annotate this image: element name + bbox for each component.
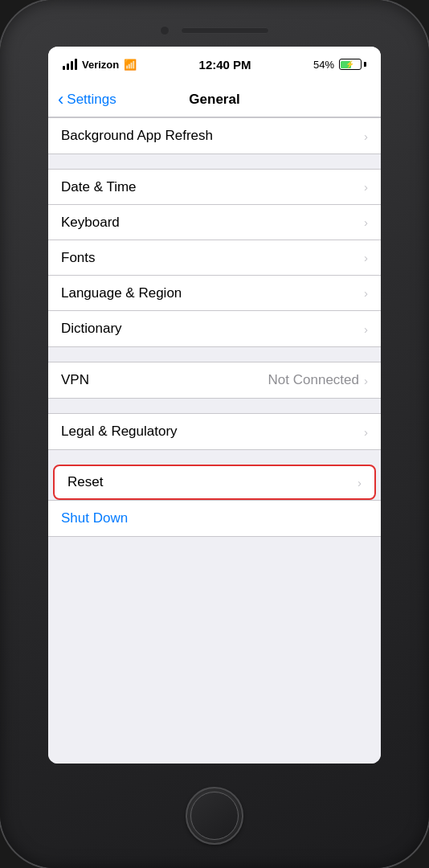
back-button[interactable]: ‹ Settings: [58, 89, 116, 110]
chevron-icon-vpn: ›: [364, 374, 368, 387]
battery-indicator: ⚡: [339, 59, 366, 70]
list-item-shut-down[interactable]: Shut Down: [48, 501, 381, 536]
item-right-fonts: ›: [364, 251, 368, 264]
chevron-icon-background-app-refresh: ›: [364, 129, 368, 143]
item-label-date-time: Date & Time: [61, 179, 137, 195]
status-time: 12:40 PM: [199, 58, 251, 72]
home-button-inner: [190, 792, 239, 840]
chevron-icon-language-region: ›: [364, 286, 368, 300]
section-vpn: VPN Not Connected ›: [48, 362, 381, 399]
item-label-fonts: Fonts: [61, 250, 96, 266]
chevron-icon-fonts: ›: [364, 251, 368, 264]
list-item-date-time[interactable]: Date & Time ›: [48, 170, 381, 205]
battery-body: ⚡: [339, 59, 362, 70]
carrier-label: Verizon: [82, 59, 119, 71]
phone-top-bar: [0, 0, 429, 47]
vpn-status-value: Not Connected: [268, 372, 359, 388]
item-label-language-region: Language & Region: [61, 285, 182, 301]
back-chevron-icon: ‹: [58, 89, 63, 110]
item-right-background-app-refresh: ›: [364, 129, 368, 143]
signal-bar-2: [67, 63, 69, 70]
item-right-legal-regulatory: ›: [364, 425, 368, 439]
signal-bar-4: [75, 59, 77, 70]
item-label-legal-regulatory: Legal & Regulatory: [61, 424, 178, 440]
gap-5: [48, 537, 381, 551]
chevron-icon-reset: ›: [358, 476, 362, 489]
phone-screen: Verizon 📶 12:40 PM 54% ⚡ ‹ Settings: [48, 47, 381, 764]
item-label-dictionary: Dictionary: [61, 321, 122, 337]
list-item-dictionary[interactable]: Dictionary ›: [48, 311, 381, 346]
speaker-grille: [181, 27, 269, 34]
status-left: Verizon 📶: [63, 59, 137, 71]
list-item-keyboard[interactable]: Keyboard ›: [48, 205, 381, 240]
battery-tip: [364, 62, 366, 67]
list-item-fonts[interactable]: Fonts ›: [48, 240, 381, 276]
list-item-vpn[interactable]: VPN Not Connected ›: [48, 362, 381, 398]
list-item-background-app-refresh[interactable]: Background App Refresh ›: [48, 118, 381, 154]
item-label-shut-down: Shut Down: [61, 510, 128, 526]
back-label[interactable]: Settings: [67, 92, 116, 108]
item-right-reset: ›: [358, 476, 362, 489]
gap-1: [48, 154, 381, 169]
page-title: General: [189, 92, 239, 108]
navigation-bar: ‹ Settings General: [48, 82, 381, 117]
chevron-icon-legal-regulatory: ›: [364, 425, 368, 439]
item-right-language-region: ›: [364, 286, 368, 300]
item-right-vpn: Not Connected ›: [268, 372, 368, 388]
chevron-icon-date-time: ›: [364, 180, 368, 194]
gap-2: [48, 347, 381, 362]
gap-4: [48, 450, 381, 465]
list-item-language-region[interactable]: Language & Region ›: [48, 276, 381, 311]
section-datetime-dict: Date & Time › Keyboard › Fonts ›: [48, 169, 381, 347]
item-right-keyboard: ›: [364, 215, 368, 229]
status-right: 54% ⚡: [313, 59, 366, 71]
charging-icon: ⚡: [345, 60, 354, 68]
settings-list: Background App Refresh › Date & Time › K…: [48, 117, 381, 764]
home-button[interactable]: [186, 787, 243, 845]
gap-3: [48, 399, 381, 413]
item-label-keyboard: Keyboard: [61, 215, 120, 231]
item-label-reset: Reset: [67, 474, 103, 490]
home-button-area: [186, 764, 243, 868]
battery-percent-label: 54%: [313, 59, 334, 71]
list-item-reset[interactable]: Reset ›: [53, 465, 376, 500]
section-shutdown: Shut Down: [48, 500, 381, 537]
item-right-dictionary: ›: [364, 322, 368, 336]
signal-bar-1: [63, 66, 65, 70]
wifi-icon: 📶: [124, 59, 137, 71]
section-legal: Legal & Regulatory ›: [48, 413, 381, 450]
signal-bar-3: [71, 61, 73, 70]
phone-frame: Verizon 📶 12:40 PM 54% ⚡ ‹ Settings: [0, 0, 429, 868]
chevron-icon-dictionary: ›: [364, 322, 368, 336]
section-background: Background App Refresh ›: [48, 117, 381, 154]
signal-bars: [63, 59, 77, 70]
front-camera: [160, 26, 170, 35]
status-bar: Verizon 📶 12:40 PM 54% ⚡: [48, 47, 381, 82]
item-label-background-app-refresh: Background App Refresh: [61, 128, 213, 144]
item-label-vpn: VPN: [61, 372, 89, 388]
item-right-date-time: ›: [364, 180, 368, 194]
section-reset-wrapper: Reset ›: [48, 465, 381, 500]
chevron-icon-keyboard: ›: [364, 215, 368, 229]
list-item-legal-regulatory[interactable]: Legal & Regulatory ›: [48, 414, 381, 449]
